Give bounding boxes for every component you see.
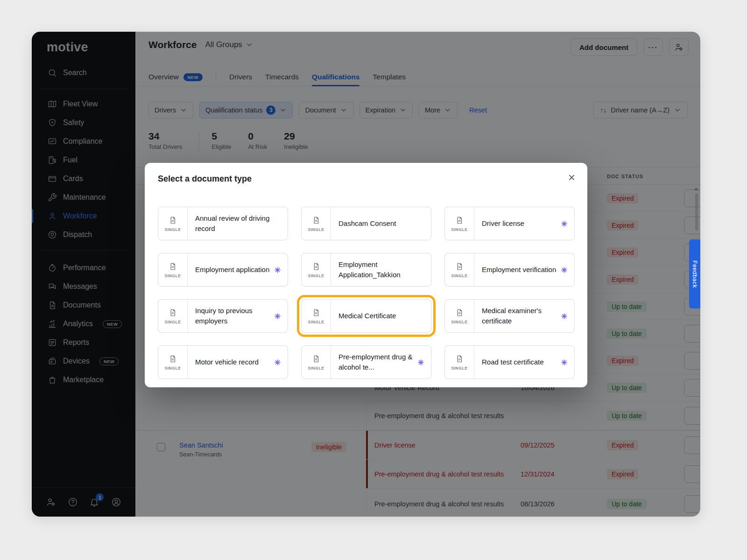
feedback-tab[interactable]: Feedback xyxy=(689,239,700,308)
doc-type-inquiry-previous-employers[interactable]: SINGLEInquiry to previous employers xyxy=(158,299,288,333)
document-icon xyxy=(455,354,464,364)
document-icon xyxy=(169,215,177,225)
doc-type-title: Employment application xyxy=(188,253,274,286)
document-icon xyxy=(455,261,464,272)
asterisk-icon xyxy=(274,312,282,320)
doc-type-title: Motor vehicle record xyxy=(188,346,274,378)
asterisk-icon xyxy=(560,312,568,320)
doc-type-title: Dashcam Consent xyxy=(331,207,431,240)
doc-type-title: Driver license xyxy=(474,207,560,240)
doc-type-title: Medical examiner's certificate xyxy=(474,300,560,332)
document-icon xyxy=(312,308,320,318)
doc-type-motor-vehicle-record[interactable]: SINGLEMotor vehicle record xyxy=(158,345,288,379)
document-icon xyxy=(169,261,177,272)
doc-kind: SINGLE xyxy=(445,300,474,332)
doc-kind: SINGLE xyxy=(445,346,474,378)
single-label: SINGLE xyxy=(308,366,324,371)
single-label: SINGLE xyxy=(164,320,181,324)
doc-type-driver-license[interactable]: SINGLEDriver license xyxy=(444,207,575,240)
doc-kind: SINGLE xyxy=(302,300,331,332)
asterisk-icon xyxy=(417,358,425,366)
doc-type-employment-application-takkion[interactable]: SINGLEEmployment Application_Takkion xyxy=(301,253,431,287)
asterisk-icon xyxy=(560,266,568,274)
doc-type-employment-application[interactable]: SINGLEEmployment application xyxy=(158,253,288,287)
doc-kind: SINGLE xyxy=(445,207,474,240)
doc-type-title: Annual review of driving record xyxy=(188,207,288,240)
document-icon xyxy=(312,354,320,364)
doc-type-title: Employment Application_Takkion xyxy=(331,253,431,286)
doc-kind: SINGLE xyxy=(158,253,188,286)
doc-type-title: Road test certificate xyxy=(474,346,560,378)
asterisk-icon xyxy=(560,220,568,228)
doc-type-title: Pre-employment drug & alcohol te... xyxy=(331,346,417,378)
document-icon xyxy=(169,354,177,364)
single-label: SINGLE xyxy=(451,366,467,371)
asterisk-icon xyxy=(274,266,282,274)
app-window: motive Search Fleet View Safety Complian… xyxy=(32,32,700,517)
single-label: SINGLE xyxy=(308,273,324,278)
select-document-type-modal: Select a document type × SINGLEAnnual re… xyxy=(145,163,587,387)
asterisk-icon xyxy=(274,358,282,366)
doc-type-title: Inquiry to previous employers xyxy=(188,300,274,332)
doc-kind: SINGLE xyxy=(158,300,188,332)
single-label: SINGLE xyxy=(164,273,181,278)
doc-type-annual-review[interactable]: SINGLEAnnual review of driving record xyxy=(158,207,288,240)
modal-title: Select a document type xyxy=(158,174,252,184)
single-label: SINGLE xyxy=(451,273,467,278)
screen: motive Search Fleet View Safety Complian… xyxy=(0,0,747,560)
doc-type-employment-verification[interactable]: SINGLEEmployment verification xyxy=(444,253,575,287)
single-label: SINGLE xyxy=(308,227,324,232)
doc-kind: SINGLE xyxy=(302,346,331,378)
doc-type-road-test-certificate[interactable]: SINGLERoad test certificate xyxy=(444,345,575,379)
single-label: SINGLE xyxy=(164,366,181,371)
doc-type-title: Employment verification xyxy=(474,253,560,286)
document-icon xyxy=(455,215,464,225)
document-icon xyxy=(169,308,177,318)
doc-type-medical-examiners-certificate[interactable]: SINGLEMedical examiner's certificate xyxy=(444,299,575,333)
close-icon[interactable]: × xyxy=(568,171,575,183)
document-type-grid: SINGLEAnnual review of driving record SI… xyxy=(158,207,575,379)
asterisk-icon xyxy=(560,358,568,366)
doc-type-pre-employment-drug-alcohol[interactable]: SINGLEPre-employment drug & alcohol te..… xyxy=(301,345,431,379)
single-label: SINGLE xyxy=(451,320,467,324)
doc-kind: SINGLE xyxy=(302,253,331,286)
doc-kind: SINGLE xyxy=(302,207,331,240)
document-icon xyxy=(312,261,320,272)
document-icon xyxy=(312,215,320,225)
doc-type-dashcam-consent[interactable]: SINGLEDashcam Consent xyxy=(301,207,431,240)
doc-kind: SINGLE xyxy=(158,207,188,240)
doc-type-medical-certificate[interactable]: SINGLEMedical Certificate xyxy=(301,299,431,333)
document-icon xyxy=(455,308,464,318)
doc-kind: SINGLE xyxy=(445,253,474,286)
single-label: SINGLE xyxy=(451,227,467,232)
doc-type-title: Medical Certificate xyxy=(331,300,431,332)
single-label: SINGLE xyxy=(164,227,181,232)
doc-kind: SINGLE xyxy=(158,346,188,378)
single-label: SINGLE xyxy=(308,320,324,324)
